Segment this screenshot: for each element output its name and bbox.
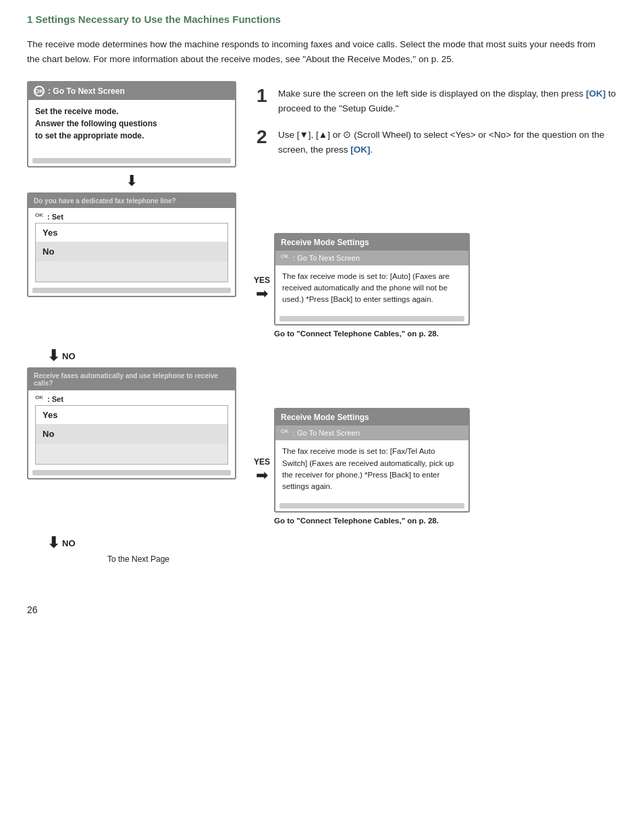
screen-footer-bar-4 <box>32 470 231 475</box>
flow-1-options: Yes No <box>35 223 228 282</box>
arrow-down-no-1: ⬇ NO <box>27 348 617 363</box>
flow-1-set-label: OK : Set <box>35 211 228 223</box>
ok-icon-5: OK <box>281 428 290 438</box>
down-arrow-icon-1: ⬇ <box>126 174 138 188</box>
intro-text: The receive mode determines how the mach… <box>27 37 608 66</box>
to-next-page: To the Next Page <box>27 554 236 564</box>
top-screen-sub-header: : Go To Next Screen <box>48 86 125 96</box>
flow-2-right-screen: Receive Mode Settings OK : Go To Next Sc… <box>274 408 470 513</box>
top-screen: OK : Go To Next Screen Set the receive m… <box>27 81 236 167</box>
flow-2-right-section: Receive Mode Settings OK : Go To Next Sc… <box>274 408 470 531</box>
flow-1-yes-section: YES ➡ Receive Mode Settings OK : Go To N… <box>254 192 470 345</box>
arrow-right-icon-2: ➡ <box>256 468 268 483</box>
arrow-down-no-2: ⬇ NO <box>27 536 617 550</box>
ok-icon-2: OK <box>35 212 45 221</box>
top-screen-body-line3: to set the appropriate mode. <box>35 130 228 142</box>
flow-2-options: Yes No <box>35 405 228 465</box>
step-1-text: Make sure the screen on the left side is… <box>278 86 617 115</box>
flow-2-yes-section: YES ➡ Receive Mode Settings OK : Go To N… <box>254 367 470 531</box>
step-2-number: 2 <box>257 128 270 147</box>
flow-1-left: Do you have a dedicated fax telephone li… <box>27 192 243 297</box>
flow-1-screen-body: OK : Set Yes No <box>28 208 235 284</box>
step-2: 2 Use [▼], [▲] or ⊙ (Scroll Wheel) to se… <box>257 128 617 157</box>
flow-1-right-sub-header: OK : Go To Next Screen <box>275 251 468 265</box>
down-arrow-icon-2: ⬇ <box>47 348 59 363</box>
flow-1-right-body: The fax receive mode is set to: [Auto] (… <box>275 265 468 313</box>
step-1: 1 Make sure the screen on the left side … <box>257 86 617 115</box>
option-yes-1: Yes <box>36 224 227 242</box>
flow-1-right-header: Receive Mode Settings <box>275 234 468 251</box>
flow-2-left: Receive faxes automatically and use tele… <box>27 367 243 479</box>
flow-2: Receive faxes automatically and use tele… <box>27 367 617 531</box>
steps-section: 1 Make sure the screen on the left side … <box>257 81 617 169</box>
flow-2-right-header: Receive Mode Settings <box>275 409 468 425</box>
flow-1-left-screen: Do you have a dedicated fax telephone li… <box>27 192 236 297</box>
option-no-1: No <box>36 242 227 261</box>
page-title: 1 Settings Necessary to Use the Machines… <box>27 14 617 25</box>
option-yes-2: Yes <box>36 406 227 425</box>
flow-2-screen-header: Receive faxes automatically and use tele… <box>28 369 235 390</box>
screen-footer-bar-3 <box>279 316 464 321</box>
no-label-2: NO <box>62 538 76 548</box>
flow-1: Do you have a dedicated fax telephone li… <box>27 192 617 345</box>
flow-1-goto: Go to "Connect Telephone Cables," on p. … <box>274 330 470 338</box>
ok-icon-3: OK <box>281 253 290 263</box>
flow-1-screen-header: Do you have a dedicated fax telephone li… <box>28 194 235 208</box>
no-label-1: NO <box>62 351 76 361</box>
flow-2-screen-body: OK : Set Yes No <box>28 390 235 466</box>
ok-bracket-2: [OK] <box>350 145 370 155</box>
flow-1-right-section: Receive Mode Settings OK : Go To Next Sc… <box>274 233 470 345</box>
page-number: 26 <box>27 604 617 615</box>
ok-icon: OK <box>34 86 45 97</box>
flow-1-right-screen: Receive Mode Settings OK : Go To Next Sc… <box>274 233 470 326</box>
option-no-2: No <box>36 425 227 444</box>
flow-2-right-body: The fax receive mode is set to: [Fax/Tel… <box>275 440 468 499</box>
flow-2-goto: Go to "Connect Telephone Cables," on p. … <box>274 517 470 525</box>
flow-1-yes-arrow: YES ➡ <box>254 276 270 301</box>
arrow-right-icon-1: ➡ <box>256 286 268 301</box>
flow-1-question: Do you have a dedicated fax telephone li… <box>34 197 176 205</box>
step-2-text: Use [▼], [▲] or ⊙ (Scroll Wheel) to sele… <box>278 128 617 157</box>
ok-bracket-1: [OK] <box>586 88 606 99</box>
arrow-down-1: ⬇ <box>27 174 236 188</box>
top-screen-header: OK : Go To Next Screen <box>28 82 235 100</box>
yes-label-1: YES <box>254 276 270 285</box>
flow-2-right-sub-header: OK : Go To Next Screen <box>275 425 468 440</box>
ok-icon-4: OK <box>35 394 45 404</box>
top-screen-body-line2: Answer the following questions <box>35 118 228 130</box>
screen-footer-bar-5 <box>279 503 464 509</box>
yes-label-2: YES <box>254 457 270 467</box>
flow-2-left-screen: Receive faxes automatically and use tele… <box>27 367 236 479</box>
down-arrow-icon-3: ⬇ <box>47 536 59 550</box>
screen-footer-bar-2 <box>32 288 231 293</box>
screen-footer-bar <box>32 158 231 163</box>
step-1-number: 1 <box>257 86 270 105</box>
flow-2-set-label: OK : Set <box>35 393 228 405</box>
flow-2-yes-arrow: YES ➡ <box>254 457 270 483</box>
flow-2-question: Receive faxes automatically and use tele… <box>34 372 230 387</box>
top-screen-body-line1: Set the receive mode. <box>35 105 228 118</box>
